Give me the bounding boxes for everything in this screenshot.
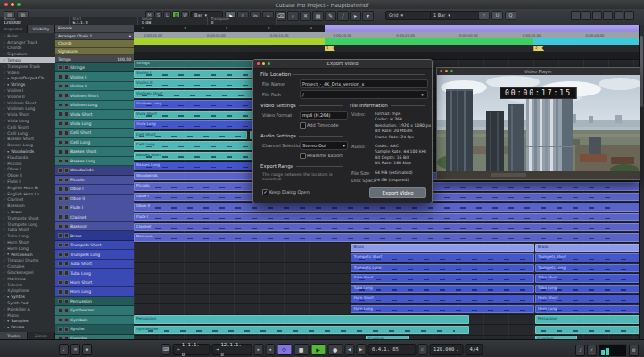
- mute-button[interactable]: [58, 121, 63, 127]
- quantize-dropdown[interactable]: 1 Bar▾: [430, 11, 480, 20]
- visibility-check-icon[interactable]: ✓: [3, 277, 5, 281]
- left-locator-display[interactable]: ⇤1.1.1. 0: [172, 344, 210, 355]
- comp-tool-icon[interactable]: ▤: [312, 11, 324, 21]
- solo-button[interactable]: [64, 214, 70, 220]
- track-header-tuba-long[interactable]: Tuba Long: [55, 269, 134, 278]
- mute-button[interactable]: [58, 299, 63, 304]
- track-lane-percussion[interactable]: PercussionPercussion: [134, 315, 639, 325]
- solo-button[interactable]: [64, 84, 70, 89]
- color-tool-icon[interactable]: ▾: [362, 11, 374, 21]
- mute-button[interactable]: [58, 196, 63, 202]
- track-header-friends[interactable]: Friends: [55, 25, 134, 33]
- visibility-check-icon[interactable]: ✓: [3, 34, 5, 38]
- track-lane-synthesizer[interactable]: Synthesizer: [134, 325, 639, 335]
- mute-button[interactable]: [58, 243, 63, 248]
- visibility-check-icon[interactable]: ✓: [3, 167, 5, 171]
- visibility-check-icon[interactable]: ✓: [3, 264, 5, 269]
- sync-button[interactable]: ◆: [82, 344, 92, 355]
- visibility-check-icon[interactable]: ✓: [3, 179, 5, 184]
- solo-button[interactable]: [64, 262, 70, 267]
- sidebar-item-basses-short[interactable]: ✓Basses Short: [0, 137, 55, 143]
- track-header-bassoon[interactable]: Bassoon: [55, 222, 134, 231]
- tempo-track-button[interactable]: ≡: [70, 344, 80, 355]
- mute-button[interactable]: [58, 289, 63, 295]
- metronome-button[interactable]: ♩: [59, 344, 69, 355]
- record-button[interactable]: ●: [327, 344, 343, 355]
- sidebar-item-viola-short[interactable]: ✓Viola Short: [0, 112, 55, 118]
- clip-event[interactable]: Brass: [535, 244, 639, 252]
- mute-button[interactable]: [58, 84, 63, 89]
- track-header-celli-short[interactable]: Celli Short: [55, 129, 134, 137]
- audio-activity-button[interactable]: ♪: [575, 345, 585, 356]
- mute-button[interactable]: [58, 308, 63, 313]
- snap-on-off-button[interactable]: ⌗: [478, 11, 490, 20]
- fold-arrow-icon[interactable]: ▾: [7, 295, 9, 299]
- visibility-check-icon[interactable]: ✓: [3, 162, 5, 166]
- track-lane-tuba-long[interactable]: Tuba LongTuba Long: [134, 284, 639, 294]
- clip-event[interactable]: Trumpets Long: [535, 264, 639, 272]
- solo-button[interactable]: [64, 103, 70, 108]
- track-header-celli-long[interactable]: Celli Long: [55, 138, 134, 147]
- sidebar-item-flautando[interactable]: ✓Flautando: [0, 154, 55, 161]
- sidebar-item-violinen-short[interactable]: ✓Violinen Short: [0, 100, 55, 106]
- midi-activity-button[interactable]: ⚡: [587, 345, 597, 356]
- clip-event[interactable]: Bassoon: [134, 233, 639, 241]
- solo-button[interactable]: [64, 159, 70, 164]
- window-zone-toggle-6[interactable]: [624, 11, 634, 20]
- visibility-check-icon[interactable]: ✓: [3, 240, 5, 245]
- tab-visibility[interactable]: Visibility: [28, 25, 55, 33]
- sidebar-item-english-horn-br[interactable]: ✓English Horn Br: [0, 185, 55, 191]
- track-lane-horn-long[interactable]: Horn LongHorn Long: [134, 304, 639, 314]
- sidebar-item-english-horn-lo[interactable]: ✓English Horn Lo: [0, 191, 55, 197]
- rewind-button[interactable]: ◀: [344, 344, 354, 355]
- sidebar-item-clarinet[interactable]: ✓Clarinet: [0, 197, 55, 203]
- sidebar-item-oboe-i[interactable]: ✓Oboe I: [0, 167, 55, 173]
- track-lane-oboe-ii[interactable]: Oboe II: [134, 203, 639, 212]
- mute-button[interactable]: [58, 140, 63, 145]
- sidebar-item-violinen-long[interactable]: ✓Violinen Long: [0, 106, 55, 112]
- infoline-field-transpose[interactable]: Transpose0: [208, 17, 277, 25]
- sidebar-item-xylophone[interactable]: ✓Xylophone: [0, 287, 55, 294]
- mute-button[interactable]: [58, 205, 63, 211]
- time-signature-display[interactable]: 4/4: [466, 344, 483, 355]
- chord-lane-segment-1[interactable]: [134, 38, 325, 45]
- cycle-button[interactable]: ⟳: [277, 344, 292, 355]
- visibility-check-icon[interactable]: ✓: [3, 82, 5, 87]
- sidebar-item-input-output-ch[interactable]: ✓▾Input/Output Ch: [0, 76, 55, 82]
- add-timecode-checkbox[interactable]: [300, 122, 306, 129]
- control-room-gear-icon[interactable]: ⚙: [629, 345, 639, 356]
- sidebar-item-synths[interactable]: ✓▾Synths: [0, 294, 55, 300]
- track-lane-horn-short[interactable]: Horn ShortHorn Short: [134, 295, 639, 304]
- infoline-field-value[interactable]: Value0 dB: [138, 17, 208, 25]
- track-header-piccolo[interactable]: Piccolo: [55, 176, 134, 185]
- stop-button[interactable]: ■: [293, 344, 309, 355]
- clip-event[interactable]: Trumpets Long: [351, 264, 534, 272]
- visibility-check-icon[interactable]: ✓: [3, 76, 5, 80]
- track-header-trumpets-short[interactable]: Trumpets Short: [55, 241, 134, 250]
- solo-button[interactable]: [64, 243, 70, 248]
- fold-arrow-icon[interactable]: ▾: [7, 320, 9, 323]
- fold-arrow-icon[interactable]: ▾: [7, 253, 9, 256]
- clip-event[interactable]: Percussion: [535, 315, 639, 323]
- visibility-check-icon[interactable]: ✓: [3, 58, 5, 62]
- tempo-display[interactable]: 120.000♩: [429, 344, 464, 355]
- infoline-field-start[interactable]: Start6.1.1. 0: [70, 17, 139, 25]
- visibility-check-icon[interactable]: ✓: [3, 131, 5, 136]
- track-header-horn-short[interactable]: Horn Short: [55, 278, 134, 287]
- line-tool-icon[interactable]: ∕: [337, 11, 349, 21]
- sidebar-item-crotales[interactable]: ✓Crotales: [0, 263, 55, 270]
- visibility-check-icon[interactable]: ✓: [3, 325, 5, 329]
- tab-tracks[interactable]: Tracks: [0, 332, 28, 339]
- chord-lane-segment-2[interactable]: [325, 38, 533, 45]
- mute-button[interactable]: [58, 280, 63, 286]
- track-lane-flute-i[interactable]: Flute I: [134, 212, 639, 222]
- sidebar-item-painkiller-a[interactable]: ✓Painkiller A: [0, 306, 55, 312]
- sidebar-item-brass[interactable]: ✓▾Brass: [0, 209, 55, 215]
- tempo-mode-button[interactable]: c: [417, 344, 427, 355]
- window-zone-toggle-1[interactable]: [571, 11, 581, 20]
- visibility-check-icon[interactable]: ✓: [3, 64, 5, 69]
- solo-button[interactable]: [64, 224, 70, 229]
- visibility-check-icon[interactable]: ✓: [3, 210, 5, 214]
- sidebar-item-strings[interactable]: ✓▾Strings: [0, 81, 55, 87]
- sidebar-item-transpose-track[interactable]: ✓Transpose Track: [0, 63, 55, 70]
